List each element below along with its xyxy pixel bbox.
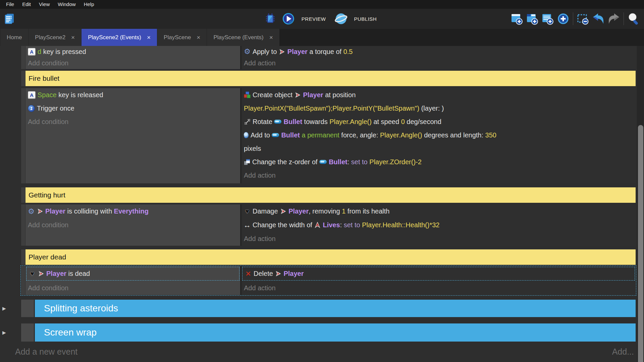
- action-line[interactable]: Rotate Bullet towards Player.Angle() at …: [241, 115, 636, 128]
- preview-button[interactable]: PREVIEW: [302, 16, 326, 22]
- tab-close-icon[interactable]: ×: [147, 34, 151, 41]
- action-line[interactable]: ✕Delete Player: [242, 267, 635, 281]
- tab-playscene2-events[interactable]: PlayScene2 (Events)×: [81, 29, 157, 46]
- publish-button[interactable]: PUBLISH: [354, 16, 377, 22]
- tab-label: PlayScene2: [35, 34, 65, 41]
- publish-globe-icon[interactable]: [333, 11, 348, 26]
- menu-bar: FileEditViewWindowHelp: [0, 0, 644, 9]
- redo-icon[interactable]: [606, 11, 622, 26]
- group-header-player-dead[interactable]: Player dead: [25, 249, 636, 265]
- toolbar-left: [2, 9, 17, 29]
- action-line[interactable]: Add to Bullet a permanent force, angle: …: [241, 128, 636, 142]
- group-header-getting-hurt[interactable]: Getting hurt: [25, 187, 636, 203]
- group-label: Screen wrap: [44, 327, 97, 338]
- tab-bar: HomePlayScene2×PlayScene2 (Events)×PlayS…: [0, 29, 644, 46]
- add-comment-icon[interactable]: [540, 11, 555, 26]
- width-arrow-icon: ↔: [244, 222, 251, 229]
- preview-play-icon[interactable]: [281, 11, 296, 26]
- add-event-icon[interactable]: [509, 11, 525, 26]
- condition-line[interactable]: 1Trigger once: [25, 102, 240, 115]
- add-action-button[interactable]: Add action: [241, 57, 636, 69]
- tab-playscene[interactable]: PlayScene×: [157, 29, 207, 46]
- add-action-button[interactable]: Add action: [241, 232, 636, 246]
- physics-gear-icon: ⚙: [244, 48, 251, 55]
- bullet-object-icon: [319, 160, 327, 164]
- scrollbar-thumb[interactable]: [638, 125, 643, 362]
- trigger-once-icon: 1: [28, 105, 35, 112]
- event-row[interactable]: ♥Player is deadAdd condition✕Delete Play…: [25, 266, 636, 295]
- group-header-fire-bullet[interactable]: Fire bullet: [25, 71, 636, 86]
- gdevelop-window: FileEditViewWindowHelp PREVIEWPUBLISH Ho…: [0, 0, 644, 362]
- player-object-icon: [279, 48, 285, 55]
- tab-close-icon[interactable]: ×: [71, 34, 75, 41]
- add-button[interactable]: Add...: [612, 347, 634, 357]
- menu-edit[interactable]: Edit: [18, 0, 35, 9]
- event-sheet: Ad key is pressedAdd condition⚙Apply to …: [0, 46, 644, 362]
- remove-selection-icon[interactable]: [575, 11, 591, 26]
- conditions-column: ♥Player is deadAdd condition: [25, 266, 240, 295]
- group-header-splitting-asteroids[interactable]: ▶Splitting asteroids: [35, 300, 636, 317]
- condition-line[interactable]: ♥Player is dead: [26, 267, 239, 281]
- player-object-icon: [294, 92, 301, 98]
- search-icon[interactable]: [626, 11, 641, 26]
- force-icon: [243, 132, 249, 139]
- menu-view[interactable]: View: [35, 0, 54, 9]
- tab-playscene-events[interactable]: PlayScene (Events)×: [207, 29, 279, 46]
- add-new-event-button[interactable]: Add a new event: [15, 347, 77, 357]
- action-line[interactable]: Change the z-order of Bullet: set to Pla…: [241, 155, 636, 169]
- tab-playscene2[interactable]: PlayScene2×: [28, 29, 81, 46]
- collapse-arrow-icon[interactable]: ▶: [2, 330, 6, 335]
- player-object-icon: [275, 270, 281, 277]
- player-object-icon: [37, 208, 43, 215]
- add-condition-button[interactable]: Add condition: [25, 115, 240, 128]
- group-label: Splitting asteroids: [44, 303, 118, 314]
- add-action-button[interactable]: Add action: [241, 169, 636, 182]
- menu-help[interactable]: Help: [80, 0, 98, 9]
- event-row[interactable]: ASpace key is released1Trigger onceAdd c…: [25, 88, 636, 183]
- action-line[interactable]: Player.PointX("BulletSpawn");Player.Poin…: [241, 102, 636, 115]
- gdevelop-logo-icon[interactable]: [2, 11, 17, 26]
- tab-label: PlayScene2 (Events): [88, 34, 141, 41]
- create-object-icon: [244, 92, 251, 98]
- debug-icon[interactable]: [263, 11, 278, 26]
- player-object-icon: [280, 208, 286, 215]
- action-line[interactable]: ♥Damage Player, removing 1 from its heal…: [241, 204, 636, 218]
- event-row[interactable]: ⚙Player is colliding with EverythingAdd …: [25, 204, 636, 246]
- conditions-column: ⚙Player is colliding with EverythingAdd …: [25, 204, 240, 246]
- action-line[interactable]: ⚙Apply to Player a torque of 0.5: [241, 46, 636, 57]
- heart-icon: ♥: [29, 270, 36, 277]
- add-condition-button[interactable]: Add condition: [25, 218, 240, 232]
- condition-line[interactable]: Ad key is pressed: [25, 46, 240, 57]
- action-line[interactable]: Create object Player at position: [241, 88, 636, 102]
- add-action-button[interactable]: Add action: [241, 281, 636, 295]
- add-new-icon[interactable]: [555, 11, 571, 26]
- menu-window[interactable]: Window: [54, 0, 79, 9]
- tab-label: Home: [7, 34, 22, 41]
- menu-file[interactable]: File: [2, 0, 18, 9]
- player-object-icon: [38, 270, 44, 277]
- group-label: Getting hurt: [29, 191, 65, 199]
- tab-home[interactable]: Home: [0, 29, 28, 46]
- keyboard-key-icon: A: [28, 48, 36, 56]
- collapse-arrow-icon[interactable]: ▶: [2, 306, 6, 311]
- add-condition-button[interactable]: Add condition: [25, 281, 240, 295]
- group-label: Fire bullet: [29, 74, 59, 82]
- add-subevent-icon[interactable]: [525, 11, 540, 26]
- tab-close-icon[interactable]: ×: [269, 34, 273, 41]
- keyboard-key-icon: A: [28, 91, 36, 99]
- group-header-screen-wrap[interactable]: ▶Screen wrap: [35, 323, 636, 342]
- event-row[interactable]: Ad key is pressedAdd condition⚙Apply to …: [25, 46, 636, 69]
- action-line[interactable]: ↔Change the width of Lives: set to Playe…: [241, 218, 636, 232]
- bullet-object-icon: [274, 120, 281, 124]
- add-condition-button[interactable]: Add condition: [25, 57, 240, 69]
- condition-line[interactable]: ⚙Player is colliding with Everything: [25, 204, 240, 218]
- z-order-icon: [244, 159, 250, 165]
- action-line[interactable]: pixels: [241, 142, 636, 155]
- toolbar-separator: [573, 12, 573, 25]
- toolbar: PREVIEWPUBLISH: [0, 9, 644, 29]
- undo-icon[interactable]: [591, 11, 606, 26]
- toolbar-separator: [624, 12, 624, 25]
- condition-line[interactable]: ASpace key is released: [25, 88, 240, 102]
- tab-close-icon[interactable]: ×: [197, 34, 200, 41]
- heart-icon: ♥: [244, 208, 251, 215]
